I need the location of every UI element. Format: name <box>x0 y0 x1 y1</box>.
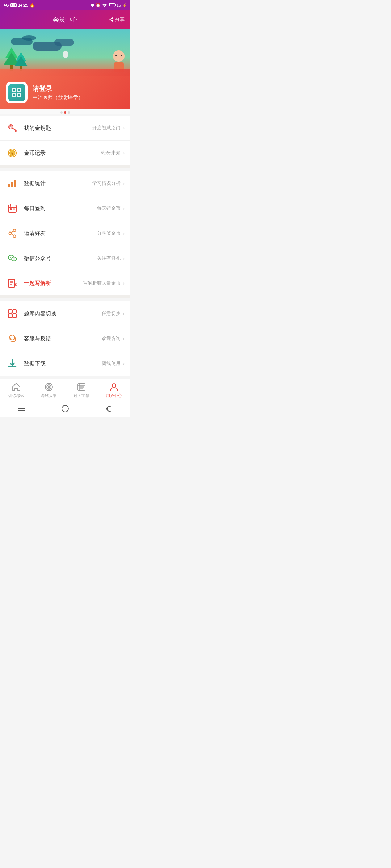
customer-service-label: 客服与反馈 <box>24 335 102 342</box>
svg-point-32 <box>9 232 12 235</box>
nav-syllabus-label: 考试大纲 <box>41 393 57 399</box>
status-bar: 4G HD 14:25 🔥 ✱ ⏰ 16 ⚡ <box>0 0 130 10</box>
character <box>113 50 125 72</box>
menu-item-data-stats[interactable]: 数据统计 学习情况分析 › <box>0 171 130 196</box>
calendar-icon <box>6 202 19 215</box>
status-right: ✱ ⏰ 16 ⚡ <box>91 3 127 8</box>
write-analysis-right-text: 写解析赚大量金币 <box>83 280 121 286</box>
chevron-icon-6: › <box>123 255 125 261</box>
svg-rect-11 <box>13 94 15 96</box>
svg-rect-29 <box>10 208 12 210</box>
menu-button[interactable] <box>15 402 28 415</box>
menu-item-wechat[interactable]: 微信公众号 关注有好礼 › <box>0 246 130 271</box>
switch-content-label: 题库内容切换 <box>24 310 102 317</box>
wechat-right: 关注有好礼 › <box>97 255 125 261</box>
bar-chart-icon <box>6 177 19 190</box>
nav-item-train[interactable]: 训练考试 <box>3 382 29 399</box>
signal-4g: 4G <box>4 3 9 7</box>
share-friends-icon <box>6 227 19 240</box>
svg-rect-52 <box>9 338 10 340</box>
svg-point-40 <box>13 259 14 259</box>
svg-rect-48 <box>13 310 16 313</box>
svg-line-35 <box>12 234 13 235</box>
data-download-label: 数据下载 <box>24 360 102 367</box>
flame-icon: 🔥 <box>30 3 35 8</box>
edit-icon <box>6 277 19 290</box>
avatar-icon <box>8 84 25 101</box>
menu-item-data-download[interactable]: 数据下载 离线使用 › <box>0 351 130 376</box>
daily-checkin-right: 每天得金币 › <box>97 205 125 212</box>
invite-friends-right-text: 分享奖金币 <box>97 230 121 237</box>
svg-point-41 <box>14 259 15 259</box>
chevron-icon-5: › <box>123 230 125 236</box>
svg-text:¥: ¥ <box>11 151 14 156</box>
home-nav-icon <box>11 382 21 392</box>
svg-rect-53 <box>14 338 16 340</box>
daily-checkin-label: 每日签到 <box>24 205 97 212</box>
download-icon <box>6 357 19 370</box>
charging-icon: ⚡ <box>122 3 127 7</box>
menu-item-write-analysis[interactable]: 一起写解析 写解析赚大量金币 › <box>0 271 130 295</box>
chevron-icon-2: › <box>123 150 125 156</box>
menu-item-customer-service[interactable]: 客服与反馈 欢迎咨询 › <box>0 326 130 351</box>
invite-friends-label: 邀请好友 <box>24 230 97 237</box>
alarm-icon: ⏰ <box>96 3 101 8</box>
book-nav-icon <box>76 382 87 392</box>
data-stats-right: 学习情况分析 › <box>92 180 125 187</box>
svg-rect-42 <box>8 279 15 287</box>
status-left: 4G HD 14:25 🔥 <box>4 3 35 8</box>
svg-rect-30 <box>13 208 15 210</box>
balloon-string <box>64 58 64 60</box>
nav-item-user-center[interactable]: 用户中心 <box>101 382 127 399</box>
svg-point-31 <box>13 229 16 232</box>
dot-3 <box>68 111 70 114</box>
nav-treasure-label: 过关宝箱 <box>73 393 89 399</box>
svg-rect-23 <box>11 182 13 187</box>
svg-rect-25 <box>8 205 16 212</box>
svg-rect-61 <box>78 384 85 390</box>
data-download-right-text: 离线使用 <box>102 360 121 367</box>
svg-rect-49 <box>8 314 12 318</box>
switch-content-right-text: 任意切换 <box>102 310 121 317</box>
service-icon <box>6 332 19 345</box>
battery-icon <box>109 3 115 7</box>
golden-key-right: 开启智慧之门 › <box>92 125 125 131</box>
svg-rect-24 <box>14 180 16 187</box>
banner-bottom-wave <box>0 69 130 76</box>
time-display: 14:25 <box>18 3 28 7</box>
back-button[interactable] <box>102 402 115 415</box>
battery-level: 16 <box>117 3 121 7</box>
login-text: 请登录 <box>33 84 83 93</box>
menu-section-1: 我的金钥匙 开启智慧之门 › ¥ 金币记录 剩余:未知 › <box>0 116 130 165</box>
separator-1 <box>0 165 130 168</box>
gold-record-label: 金币记录 <box>24 150 101 157</box>
avatar <box>6 82 28 103</box>
svg-point-67 <box>112 384 116 387</box>
menu-item-daily-checkin[interactable]: 每日签到 每天得金币 › <box>0 196 130 221</box>
menu-item-gold-record[interactable]: ¥ 金币记录 剩余:未知 › <box>0 141 130 165</box>
chevron-icon-8: › <box>123 311 125 316</box>
svg-rect-9 <box>13 89 15 91</box>
menu-item-invite-friends[interactable]: 邀请好友 分享奖金币 › <box>0 221 130 246</box>
svg-point-58 <box>48 386 50 388</box>
nav-item-syllabus[interactable]: 考试大纲 <box>36 382 62 399</box>
nav-item-treasure[interactable]: 过关宝箱 <box>68 382 94 399</box>
svg-line-34 <box>12 231 13 233</box>
page-title: 会员中心 <box>53 16 77 24</box>
share-button[interactable]: 分享 <box>109 16 125 23</box>
menu-item-switch-content[interactable]: 题库内容切换 任意切换 › <box>0 301 130 326</box>
chevron-icon-10: › <box>123 361 125 366</box>
wechat-label: 微信公众号 <box>24 255 97 262</box>
profile-subtitle: 主治医师（放射医学） <box>33 94 83 101</box>
customer-service-right: 欢迎咨询 › <box>102 335 125 342</box>
target-nav-icon <box>44 382 54 392</box>
svg-point-2 <box>112 20 113 22</box>
profile-section[interactable]: 请登录 主治医师（放射医学） <box>0 76 130 109</box>
menu-item-golden-key[interactable]: 我的金钥匙 开启智慧之门 › <box>0 116 130 141</box>
chevron-icon: › <box>123 125 125 131</box>
switch-content-right: 任意切换 › <box>102 310 125 317</box>
home-button[interactable] <box>59 402 72 415</box>
daily-checkin-right-text: 每天得金币 <box>97 205 121 212</box>
menu-section-2: 数据统计 学习情况分析 › 每日签到 每天得金币 › <box>0 171 130 295</box>
svg-point-1 <box>109 19 111 20</box>
